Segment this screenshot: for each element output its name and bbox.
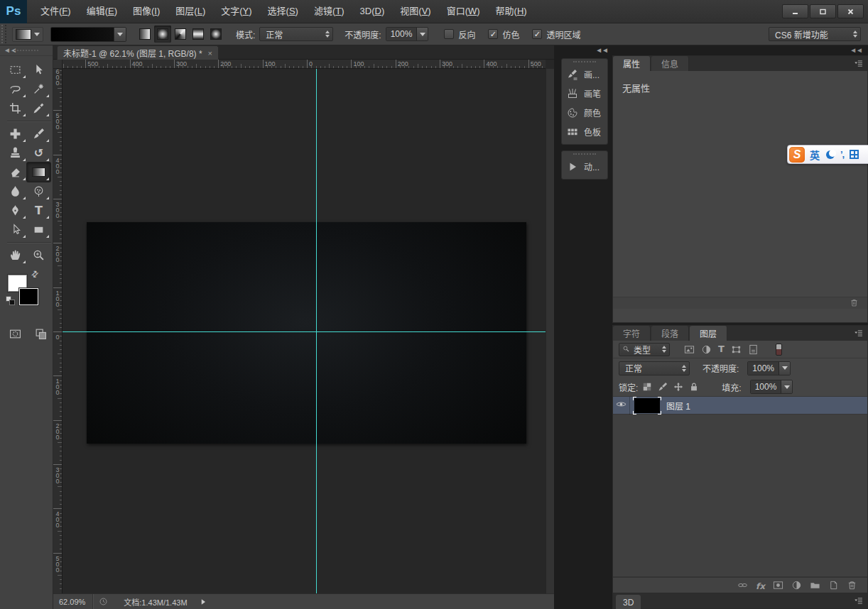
- document-tab[interactable]: 未标题-1 @ 62.1% (图层 1, RGB/8) * ×: [57, 45, 219, 60]
- blend-mode-select[interactable]: 正常: [259, 27, 333, 41]
- fill-field[interactable]: 100%: [750, 380, 793, 394]
- brush-tool[interactable]: [27, 124, 50, 143]
- fill-dropdown[interactable]: [781, 380, 792, 393]
- checkbox-反向[interactable]: 反向: [444, 28, 475, 40]
- workspace-select[interactable]: CS6 新增功能: [769, 27, 861, 41]
- menu-T[interactable]: 滤镜(T): [306, 0, 352, 23]
- history-brush-tool[interactable]: ↺: [27, 143, 50, 163]
- layers-tab-段落[interactable]: 段落: [651, 326, 689, 341]
- type-filter-button[interactable]: T: [718, 344, 725, 354]
- ime-softkeyboard-icon[interactable]: [850, 150, 859, 159]
- clone-stamp-tool[interactable]: [4, 143, 27, 163]
- checkbox-icon[interactable]: ✓: [532, 29, 542, 39]
- layer-name[interactable]: 图层 1: [666, 400, 690, 412]
- smart-object-filter-button[interactable]: [748, 344, 759, 355]
- eyedropper-tool[interactable]: [27, 99, 50, 118]
- rectangle-tool[interactable]: [27, 220, 50, 239]
- zoom-level-field[interactable]: 62.09%: [53, 598, 92, 606]
- menu-S[interactable]: 选择(S): [260, 0, 306, 23]
- background-color-swatch[interactable]: [19, 288, 38, 305]
- status-arrow-icon[interactable]: [188, 598, 207, 606]
- lock-all-button[interactable]: [689, 382, 699, 392]
- dock-grip[interactable]: [573, 153, 596, 155]
- menu-V[interactable]: 视图(V): [392, 0, 438, 23]
- move-tool[interactable]: [27, 60, 50, 79]
- dock-grip[interactable]: [573, 61, 596, 62]
- ime-toolbar[interactable]: S 英 ’,: [787, 145, 868, 164]
- blur-tool[interactable]: [4, 182, 27, 201]
- vertical-ruler[interactable]: 6005004003002001000100200300400500: [53, 69, 63, 593]
- reflected-gradient-button[interactable]: [190, 26, 207, 43]
- filter-toggle-switch[interactable]: [776, 344, 782, 356]
- horizontal-guide[interactable]: [63, 331, 546, 332]
- properties-tab-信息[interactable]: 信息: [651, 56, 689, 71]
- layer-mask-button[interactable]: [773, 580, 783, 591]
- dock-item-brush-panel[interactable]: 画笔: [562, 84, 607, 103]
- canvas-viewport[interactable]: [63, 69, 546, 593]
- layer-visibility-toggle[interactable]: [613, 397, 630, 415]
- new-layer-button[interactable]: [828, 580, 839, 591]
- layer-row[interactable]: 图层 1: [613, 397, 867, 415]
- filter-type-select[interactable]: 类型: [619, 343, 670, 356]
- gradient-tool-preset[interactable]: [12, 27, 43, 42]
- minimize-button[interactable]: [782, 4, 808, 18]
- dock-header[interactable]: ◄◄: [554, 45, 612, 55]
- adjustment-layer-button[interactable]: [791, 580, 802, 591]
- screen-mode-button[interactable]: [29, 324, 53, 344]
- ime-language-mode[interactable]: 英: [810, 148, 820, 162]
- lock-move-button[interactable]: [673, 382, 683, 392]
- menu-L[interactable]: 图层(L): [168, 0, 213, 23]
- zoom-tool[interactable]: [27, 246, 50, 265]
- layers-tab-图层[interactable]: 图层: [690, 326, 727, 341]
- menu-F[interactable]: 文件(F): [33, 0, 79, 23]
- panel-menu-icon[interactable]: [854, 329, 864, 338]
- swap-colors-icon[interactable]: ⇄: [29, 268, 41, 280]
- shape-filter-button[interactable]: [731, 344, 742, 355]
- checkbox-透明区域[interactable]: ✓ 透明区域: [532, 28, 580, 40]
- menu-Y[interactable]: 文字(Y): [213, 0, 259, 23]
- delete-layer-button[interactable]: [847, 580, 857, 591]
- quick-mask-button[interactable]: [4, 324, 27, 344]
- menu-W[interactable]: 窗口(W): [439, 0, 488, 23]
- crop-tool[interactable]: [4, 99, 27, 118]
- pen-tool[interactable]: [4, 201, 27, 220]
- lock-paint-button[interactable]: [658, 382, 668, 392]
- dock-item-actions-panel[interactable]: 动...: [562, 157, 607, 176]
- healing-brush-tool[interactable]: [4, 124, 27, 143]
- ime-fullhalf-moon-icon[interactable]: [826, 150, 835, 159]
- layer-thumbnail[interactable]: [634, 398, 660, 413]
- layers-tab-字符[interactable]: 字符: [613, 326, 651, 341]
- dock-item-swatches-panel[interactable]: 色板: [562, 122, 607, 141]
- panel-menu-icon[interactable]: [854, 59, 864, 68]
- angle-gradient-button[interactable]: [172, 26, 189, 43]
- menu-E[interactable]: 编辑(E): [79, 0, 125, 23]
- new-group-button[interactable]: [810, 580, 820, 591]
- layer-opacity-field[interactable]: 100%: [747, 361, 791, 375]
- type-tool[interactable]: T: [27, 201, 50, 220]
- magic-wand-tool[interactable]: [27, 79, 50, 99]
- vertical-scrollbar[interactable]: [546, 69, 554, 593]
- checkbox-icon[interactable]: ✓: [488, 29, 498, 39]
- properties-tab-属性[interactable]: 属性: [613, 56, 651, 71]
- linear-gradient-button[interactable]: [136, 26, 153, 43]
- collapse-dock-icon[interactable]: ◄◄: [595, 46, 608, 54]
- layer-blend-mode-select[interactable]: 正常: [619, 361, 690, 375]
- rectangular-marquee-tool[interactable]: [4, 60, 27, 79]
- layer-opacity-dropdown[interactable]: [779, 362, 790, 375]
- canvas[interactable]: [87, 222, 526, 444]
- lock-transparency-button[interactable]: [642, 382, 652, 392]
- path-selection-tool[interactable]: [4, 220, 27, 239]
- default-colors-icon[interactable]: [6, 296, 16, 305]
- dock-item-brush-presets[interactable]: 画...: [562, 65, 607, 84]
- panel-menu-icon[interactable]: [854, 596, 864, 605]
- radial-gradient-button[interactable]: [154, 26, 171, 43]
- collapse-right-dock-icon[interactable]: ◄◄: [850, 46, 862, 54]
- menu-H[interactable]: 帮助(H): [488, 0, 535, 23]
- close-button[interactable]: [837, 4, 864, 18]
- checkbox-icon[interactable]: [444, 29, 454, 39]
- gradient-tool[interactable]: [27, 163, 50, 182]
- opacity-field[interactable]: 100%: [386, 27, 429, 41]
- ime-logo[interactable]: S: [789, 147, 805, 163]
- lasso-tool[interactable]: [4, 79, 27, 99]
- menu-D[interactable]: 3D(D): [352, 0, 393, 23]
